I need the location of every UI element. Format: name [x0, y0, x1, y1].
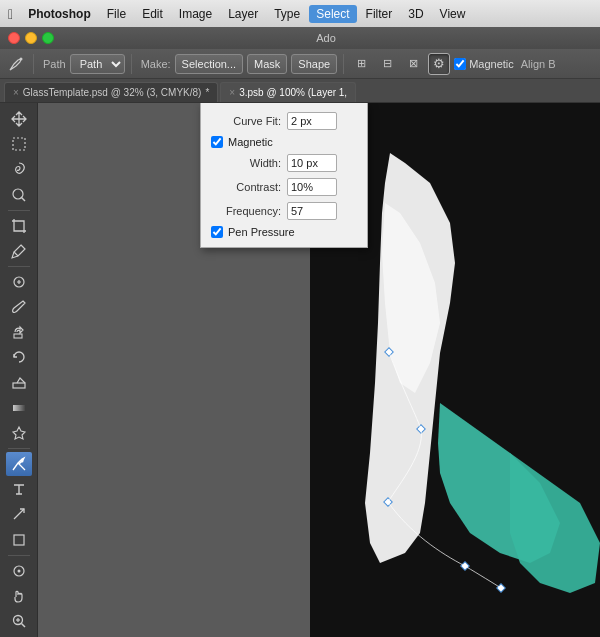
- pen-pressure-row: Pen Pressure: [201, 223, 367, 241]
- make-label: Make:: [141, 58, 171, 70]
- pen-tool-icon[interactable]: [5, 53, 27, 75]
- curve-fit-input[interactable]: [287, 112, 337, 130]
- magnetic-checkbox-area: Magnetic: [454, 58, 514, 70]
- selection-button[interactable]: Selection...: [175, 54, 243, 74]
- lt-hand[interactable]: [6, 584, 32, 608]
- toolbar-sep-2: [131, 54, 132, 74]
- contrast-input[interactable]: [287, 178, 337, 196]
- menu-view[interactable]: View: [433, 5, 473, 23]
- maximize-button[interactable]: [42, 32, 54, 44]
- menu-filter[interactable]: Filter: [359, 5, 400, 23]
- magnetic-checkbox[interactable]: [454, 58, 466, 70]
- contrast-label: Contrast:: [211, 181, 281, 193]
- lt-crop[interactable]: [6, 214, 32, 238]
- lt-gradient[interactable]: [6, 396, 32, 420]
- svg-point-0: [20, 57, 23, 60]
- menu-image[interactable]: Image: [172, 5, 219, 23]
- svg-line-13: [21, 624, 25, 628]
- lt-eyedropper[interactable]: [6, 239, 32, 263]
- menu-select[interactable]: Select: [309, 5, 356, 23]
- close-button[interactable]: [8, 32, 20, 44]
- lt-blur[interactable]: [6, 421, 32, 445]
- transform2-icon[interactable]: ⊟: [376, 53, 398, 75]
- contrast-row: Contrast:: [201, 175, 367, 199]
- lt-shape[interactable]: [6, 528, 32, 552]
- traffic-lights: [8, 32, 54, 44]
- frequency-input[interactable]: [287, 202, 337, 220]
- menu-edit[interactable]: Edit: [135, 5, 170, 23]
- menu-layer[interactable]: Layer: [221, 5, 265, 23]
- transform-icon[interactable]: ⊞: [350, 53, 372, 75]
- tab-label-2: 3.psb @ 100% (Layer 1,: [239, 87, 347, 98]
- canvas-area: Curve Fit: Magnetic Width: Contrast: Fre…: [38, 103, 600, 637]
- svg-line-3: [21, 197, 25, 201]
- shape-button[interactable]: Shape: [291, 54, 337, 74]
- magnetic-panel-label: Magnetic: [228, 136, 273, 148]
- lt-type[interactable]: [6, 477, 32, 501]
- toolbar-sep-1: [33, 54, 34, 74]
- curve-fit-label: Curve Fit:: [211, 115, 281, 127]
- gear-button[interactable]: ⚙: [428, 53, 450, 75]
- lt-clone[interactable]: [6, 320, 32, 344]
- path-label: Path: [43, 58, 66, 70]
- lt-sep-3: [8, 448, 30, 449]
- lt-spot-heal[interactable]: [6, 270, 32, 294]
- lt-navigate[interactable]: [6, 559, 32, 583]
- align-b-label: Align B: [521, 58, 556, 70]
- align-icon[interactable]: ⊠: [402, 53, 424, 75]
- left-toolbar: [0, 103, 38, 637]
- pen-pressure-checkbox[interactable]: [211, 226, 223, 238]
- pen-pressure-label: Pen Pressure: [228, 226, 295, 238]
- tab-label-1: GlassTemplate.psd @ 32% (3, CMYK/8): [23, 87, 202, 98]
- svg-point-8: [20, 460, 23, 463]
- lt-marquee[interactable]: [6, 132, 32, 156]
- svg-rect-5: [14, 334, 22, 338]
- lt-brush[interactable]: [6, 295, 32, 319]
- lt-path-select[interactable]: [6, 502, 32, 526]
- lt-lasso[interactable]: [6, 157, 32, 181]
- tab-3psb[interactable]: × 3.psb @ 100% (Layer 1,: [220, 82, 356, 102]
- main-area: Curve Fit: Magnetic Width: Contrast: Fre…: [0, 103, 600, 637]
- toolbar: Path Path Make: Selection... Mask Shape …: [0, 49, 600, 79]
- svg-point-11: [17, 569, 20, 572]
- lt-zoom[interactable]: [6, 609, 32, 633]
- width-input[interactable]: [287, 154, 337, 172]
- menu-photoshop[interactable]: Photoshop: [21, 5, 98, 23]
- svg-rect-9: [14, 535, 24, 545]
- apple-logo[interactable]: : [8, 6, 13, 22]
- tab-modified-1: *: [205, 87, 209, 98]
- svg-rect-1: [13, 138, 25, 150]
- tab-glass-template[interactable]: × GlassTemplate.psd @ 32% (3, CMYK/8) *: [4, 82, 218, 102]
- magnetic-label: Magnetic: [469, 58, 514, 70]
- width-label: Width:: [211, 157, 281, 169]
- path-dropdown[interactable]: Path: [70, 54, 125, 74]
- lt-sep-4: [8, 555, 30, 556]
- tabs-bar: × GlassTemplate.psd @ 32% (3, CMYK/8) * …: [0, 79, 600, 103]
- curve-fit-row: Curve Fit:: [201, 109, 367, 133]
- width-row: Width:: [201, 151, 367, 175]
- lt-pen[interactable]: [6, 452, 32, 476]
- lt-move[interactable]: [6, 107, 32, 131]
- menu-type[interactable]: Type: [267, 5, 307, 23]
- magnetic-panel-checkbox[interactable]: [211, 136, 223, 148]
- svg-rect-6: [13, 383, 25, 388]
- toolbar-sep-3: [343, 54, 344, 74]
- minimize-button[interactable]: [25, 32, 37, 44]
- mask-button[interactable]: Mask: [247, 54, 287, 74]
- lt-eraser[interactable]: [6, 371, 32, 395]
- menu-3d[interactable]: 3D: [401, 5, 430, 23]
- lt-quick-select[interactable]: [6, 183, 32, 207]
- tab-close-1[interactable]: ×: [13, 87, 19, 98]
- magnetic-row: Magnetic: [201, 133, 367, 151]
- menu-file[interactable]: File: [100, 5, 133, 23]
- svg-rect-7: [13, 405, 25, 411]
- menu-bar:  Photoshop File Edit Image Layer Type S…: [0, 0, 600, 27]
- tab-close-2[interactable]: ×: [229, 87, 235, 98]
- app-title: Ado: [316, 32, 336, 44]
- lt-history[interactable]: [6, 345, 32, 369]
- title-bar: Ado: [0, 27, 600, 49]
- dropdown-panel: Curve Fit: Magnetic Width: Contrast: Fre…: [200, 103, 368, 248]
- frequency-label: Frequency:: [211, 205, 281, 217]
- frequency-row: Frequency:: [201, 199, 367, 223]
- lt-sep-2: [8, 266, 30, 267]
